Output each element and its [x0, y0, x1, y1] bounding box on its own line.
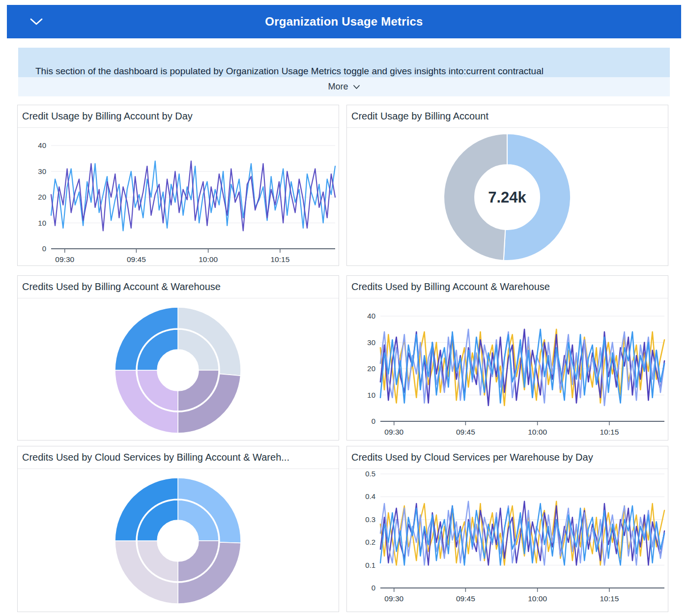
svg-text:0.4: 0.4 [365, 492, 375, 500]
panel-title: Credits Used by Billing Account & Wareho… [18, 276, 339, 298]
sunburst-chart-canvas [18, 469, 339, 615]
more-button[interactable]: More [18, 77, 670, 96]
svg-text:10:00: 10:00 [528, 428, 547, 436]
chart-panel: Credit Usage by Billing Account by Day 0… [17, 105, 339, 266]
chevron-down-icon [353, 85, 360, 89]
section-title: Organization Usage Metrics [265, 15, 423, 29]
svg-text:09:45: 09:45 [456, 594, 475, 603]
sunburst-chart-canvas [18, 298, 339, 443]
chart-panel: Credits Used by Cloud Services per Wareh… [346, 446, 668, 612]
svg-text:10:00: 10:00 [199, 255, 218, 264]
svg-text:0: 0 [42, 244, 46, 253]
panel-title: Credits Used by Billing Account & Wareho… [347, 276, 668, 298]
chevron-down-icon [29, 18, 43, 26]
svg-text:0.5: 0.5 [365, 469, 375, 478]
panel-title: Credits Used by Cloud Services per Wareh… [347, 446, 668, 469]
description-text: This section of the dashboard is populat… [18, 48, 670, 77]
svg-text:10:15: 10:15 [270, 255, 289, 264]
svg-text:10: 10 [38, 219, 46, 227]
section-header: Organization Usage Metrics [7, 5, 681, 38]
svg-text:30: 30 [38, 167, 46, 176]
svg-text:20: 20 [367, 364, 375, 373]
line-chart-canvas: 01020304009:3009:4510:0010:15 [347, 298, 668, 443]
svg-text:0: 0 [372, 584, 375, 592]
line-chart-canvas: 00.10.20.30.40.509:3009:4510:0010:15 [347, 469, 668, 615]
chart-panel: Credit Usage by Billing Account 7.24k [346, 105, 668, 266]
svg-text:0: 0 [372, 417, 375, 425]
svg-text:09:30: 09:30 [384, 428, 403, 436]
panel-title: Credits Used by Cloud Services by Billin… [18, 446, 339, 469]
svg-text:40: 40 [367, 312, 375, 320]
svg-text:20: 20 [38, 193, 46, 201]
svg-text:10:15: 10:15 [600, 428, 619, 436]
more-label: More [328, 82, 348, 92]
svg-text:10: 10 [367, 391, 375, 399]
svg-text:09:30: 09:30 [55, 255, 74, 264]
donut-chart-canvas: 7.24k [347, 128, 668, 268]
svg-text:10:00: 10:00 [528, 594, 547, 603]
svg-text:09:30: 09:30 [384, 594, 403, 603]
svg-text:0.3: 0.3 [365, 515, 375, 524]
collapse-section-button[interactable] [27, 15, 46, 29]
svg-text:7.24k: 7.24k [488, 189, 526, 206]
description-banner: This section of the dashboard is populat… [18, 48, 670, 96]
svg-text:09:45: 09:45 [127, 255, 146, 264]
svg-text:40: 40 [38, 141, 46, 149]
panel-title: Credit Usage by Billing Account [347, 105, 668, 128]
chart-panel: Credits Used by Billing Account & Wareho… [17, 275, 339, 440]
panel-title: Credit Usage by Billing Account by Day [18, 105, 339, 128]
svg-text:10:15: 10:15 [600, 594, 619, 603]
svg-text:30: 30 [367, 338, 375, 347]
chart-panel: Credits Used by Cloud Services by Billin… [17, 446, 339, 612]
chart-panel: Credits Used by Billing Account & Wareho… [346, 275, 668, 440]
line-chart-canvas: 01020304009:3009:4510:0010:15 [18, 128, 339, 268]
svg-text:09:45: 09:45 [456, 428, 475, 436]
svg-text:0.1: 0.1 [365, 561, 375, 569]
svg-text:0.2: 0.2 [365, 538, 375, 546]
